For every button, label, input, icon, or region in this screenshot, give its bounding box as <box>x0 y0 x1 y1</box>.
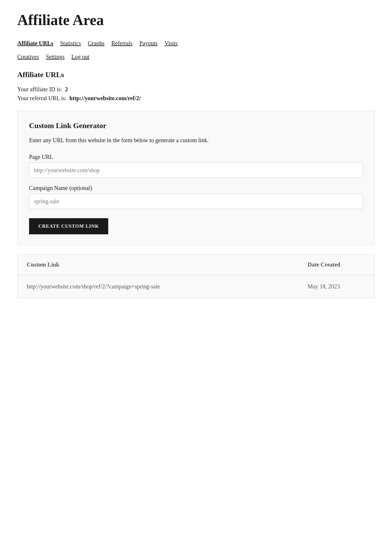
custom-link-generator-description: Enter any URL from this website in the f… <box>29 136 363 145</box>
custom-link-generator-box: Custom Link Generator Enter any URL from… <box>17 111 375 245</box>
page-url-group: Page URL <box>29 154 363 178</box>
table-header: Custom Link Date Created <box>18 254 374 275</box>
campaign-name-label: Campaign Name (optional) <box>29 185 363 191</box>
custom-links-table: Custom Link Date Created http://yourwebs… <box>17 254 375 298</box>
section-title: Affiliate URLs <box>17 71 375 79</box>
referral-url-line: Your referral URL is: http://yourwebsite… <box>17 95 375 102</box>
affiliate-id-value: 2 <box>65 86 68 92</box>
main-nav: Affiliate URLs Statistics Graphs Referra… <box>17 40 375 60</box>
page-url-label: Page URL <box>29 154 363 160</box>
campaign-name-input[interactable] <box>29 194 363 209</box>
campaign-name-group: Campaign Name (optional) <box>29 185 363 209</box>
custom-link-generator-title: Custom Link Generator <box>29 121 363 130</box>
col-link-header: Custom Link <box>27 261 308 268</box>
col-date-header: Date Created <box>308 261 365 268</box>
table-row: http://yourwebsite.com/shop/ref/2/?campa… <box>18 275 374 298</box>
nav-graphs[interactable]: Graphs <box>88 40 104 47</box>
nav-links: Affiliate URLs Statistics Graphs Referra… <box>17 40 375 60</box>
affiliate-info: Your affiliate ID is: 2 Your referral UR… <box>17 86 375 102</box>
affiliate-id-line: Your affiliate ID is: 2 <box>17 86 375 93</box>
nav-referrals[interactable]: Referrals <box>111 40 132 47</box>
nav-logout[interactable]: Log out <box>71 54 90 60</box>
referral-url-value: http://yourwebsite.com/ref/2/ <box>69 95 141 101</box>
nav-visits[interactable]: Visits <box>165 40 178 47</box>
create-custom-link-button[interactable]: CREATE CUSTOM LINK <box>29 218 108 234</box>
nav-payouts[interactable]: Payouts <box>139 40 157 47</box>
nav-creatives[interactable]: Creatives <box>17 54 39 60</box>
affiliate-id-label: Your affiliate ID is: <box>17 86 62 92</box>
date-created-cell: May 18, 2023 <box>308 282 365 291</box>
page-url-input[interactable] <box>29 163 363 178</box>
custom-link-cell: http://yourwebsite.com/shop/ref/2/?campa… <box>27 282 308 291</box>
referral-url-label: Your referral URL is: <box>17 95 66 101</box>
nav-affiliate-urls[interactable]: Affiliate URLs <box>17 40 53 47</box>
nav-settings[interactable]: Settings <box>46 54 64 60</box>
nav-statistics[interactable]: Statistics <box>60 40 81 47</box>
page-title: Affiliate Area <box>17 12 375 28</box>
